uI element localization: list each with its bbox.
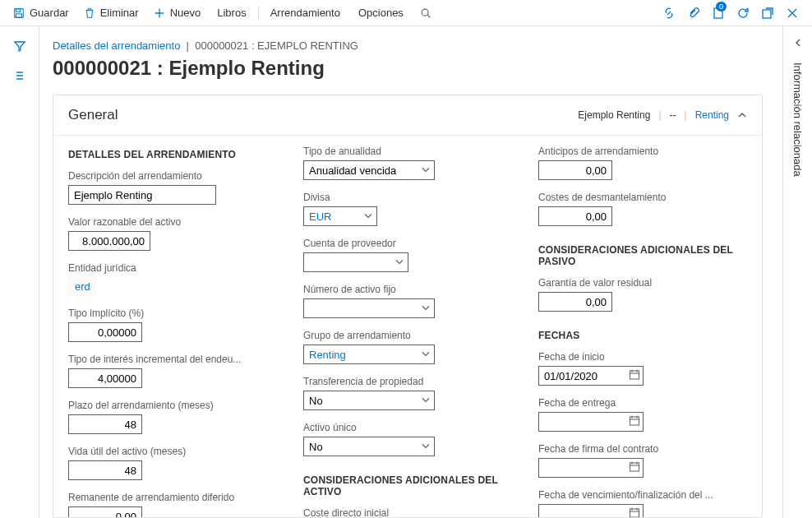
prepayments-input[interactable]: [538, 160, 612, 180]
summary-sep: |: [685, 109, 687, 121]
breadcrumb: Detalles del arrendamiento | 000000021 :…: [53, 39, 763, 52]
chevron-left-icon[interactable]: [793, 38, 803, 48]
new-button[interactable]: Nuevo: [147, 3, 208, 22]
section-liability-additional: CONSIDERACIONES ADICIONALES DEL PASIVO: [538, 244, 747, 267]
currency-select[interactable]: [303, 206, 377, 226]
implicit-rate-input[interactable]: [68, 322, 142, 342]
column-1: DETALLES DEL ARRENDAMIENTO Descripción d…: [68, 146, 277, 518]
popout-icon[interactable]: [761, 7, 774, 20]
section-lease-details: DETALLES DEL ARRENDAMIENTO: [68, 149, 277, 160]
legal-entity-label: Entidad jurídica: [68, 262, 277, 274]
field-sign-date: Fecha de firma del contrato: [538, 443, 747, 478]
card-header: General Ejemplo Renting | -- | Renting: [53, 95, 762, 136]
field-initial-cost: Coste directo inicial: [303, 507, 512, 518]
vendor-select[interactable]: [303, 252, 408, 272]
section-dates: FECHAS: [538, 330, 747, 341]
unique-asset-select[interactable]: [303, 437, 435, 456]
top-toolbar: Guardar Eliminar Nuevo Libros Arrendamie…: [0, 0, 812, 26]
plus-icon: [154, 7, 165, 19]
svg-rect-5: [763, 10, 771, 18]
annuity-label: Tipo de anualidad: [303, 146, 512, 157]
field-lease-description: Descripción del arrendamiento: [68, 170, 277, 205]
breadcrumb-link[interactable]: Detalles del arrendamiento: [53, 39, 180, 52]
books-menu[interactable]: Libros: [209, 3, 254, 22]
save-button[interactable]: Guardar: [7, 3, 76, 22]
options-menu[interactable]: Opciones: [350, 3, 412, 22]
summary-text-1: Ejemplo Renting: [578, 109, 650, 121]
fair-value-input[interactable]: [68, 231, 150, 251]
search-button[interactable]: [413, 4, 438, 22]
lease-group-label: Grupo de arrendamiento: [303, 330, 512, 341]
legal-entity-value[interactable]: erd: [68, 277, 97, 296]
field-legal-entity: Entidad jurídica erd: [68, 262, 277, 296]
toolbar-separator: [258, 6, 259, 21]
list-icon[interactable]: [13, 69, 26, 82]
section-asset-additional: CONSIDERACIONES ADICIONALES DEL ACTIVO: [303, 474, 512, 497]
start-date-label: Fecha de inicio: [538, 351, 747, 363]
field-vendor: Cuenta de proveedor: [303, 238, 512, 272]
delete-button[interactable]: Eliminar: [77, 3, 145, 22]
content-area: Detalles del arrendamiento | 000000021 :…: [39, 26, 782, 518]
dismantling-input[interactable]: [538, 206, 612, 226]
initial-cost-label: Coste directo inicial: [303, 507, 512, 518]
vendor-label: Cuenta de proveedor: [303, 238, 512, 249]
lease-menu[interactable]: Arrendamiento: [262, 3, 348, 22]
field-fixed-asset: Número de activo fijo: [303, 284, 512, 318]
field-transfer: Transferencia de propiedad: [303, 376, 512, 410]
chevron-up-icon[interactable]: [737, 110, 747, 120]
toolbar-right: 0: [662, 7, 805, 20]
residual-label: Garantía de valor residual: [538, 277, 747, 289]
filter-icon[interactable]: [13, 39, 26, 53]
summary-link[interactable]: Renting: [695, 109, 729, 121]
card-title: General: [68, 107, 118, 123]
column-3: Anticipos de arrendamiento Costes de des…: [538, 146, 747, 518]
svg-rect-2: [16, 13, 22, 16]
sign-date-label: Fecha de firma del contrato: [538, 443, 747, 455]
field-annuity-type: Tipo de anualidad: [303, 146, 512, 180]
start-date-input[interactable]: [538, 366, 644, 386]
end-date-input[interactable]: [538, 504, 644, 518]
delivery-date-input[interactable]: [538, 412, 644, 432]
end-date-label: Fecha de vencimiento/finalización del ..…: [538, 489, 747, 501]
search-icon: [420, 7, 431, 19]
new-label: Nuevo: [170, 7, 201, 19]
delete-label: Eliminar: [100, 7, 139, 19]
left-rail: [0, 26, 39, 518]
breadcrumb-current: 000000021 : EJEMPLO RENTING: [195, 39, 358, 52]
notifications[interactable]: 0: [712, 7, 725, 20]
trash-icon: [84, 7, 95, 19]
badge-count: 0: [716, 2, 727, 12]
dismantling-label: Costes de desmantelamiento: [538, 192, 747, 203]
useful-life-input[interactable]: [68, 460, 142, 480]
lease-term-input[interactable]: [68, 414, 142, 434]
fixed-asset-select[interactable]: [303, 298, 435, 318]
lease-group-select[interactable]: [303, 345, 435, 364]
annuity-select[interactable]: [303, 160, 435, 180]
field-deferred: Remanente de arrendamiento diferido: [68, 492, 277, 518]
toolbar-left: Guardar Eliminar Nuevo Libros Arrendamie…: [7, 3, 438, 22]
refresh-icon[interactable]: [736, 7, 750, 20]
unique-asset-label: Activo único: [303, 422, 512, 433]
residual-input[interactable]: [538, 292, 612, 312]
field-dismantling: Costes de desmantelamiento: [538, 192, 747, 226]
svg-point-3: [422, 9, 428, 16]
close-icon[interactable]: [786, 7, 799, 20]
attach-icon[interactable]: [687, 7, 700, 20]
card-body: DETALLES DEL ARRENDAMIENTO Descripción d…: [53, 136, 762, 518]
deferred-input[interactable]: [68, 506, 142, 518]
options-label: Opciones: [358, 7, 404, 19]
lease-desc-input[interactable]: [68, 185, 216, 205]
sign-date-input[interactable]: [538, 458, 644, 478]
field-residual: Garantía de valor residual: [538, 277, 747, 312]
link-icon[interactable]: [662, 7, 676, 20]
column-2: Tipo de anualidad Divisa: [303, 146, 512, 518]
field-prepayments: Anticipos de arrendamiento: [538, 146, 747, 180]
incremental-input[interactable]: [68, 368, 142, 388]
related-info-tab[interactable]: Información relacionada: [791, 62, 804, 177]
card-actions: Ejemplo Renting | -- | Renting: [578, 109, 747, 121]
field-useful-life: Vida útil del activo (meses): [68, 446, 277, 480]
implicit-rate-label: Tipo implícito (%): [68, 308, 277, 319]
field-delivery-date: Fecha de entrega: [538, 397, 747, 432]
transfer-select[interactable]: [303, 391, 435, 410]
books-label: Libros: [217, 7, 246, 19]
